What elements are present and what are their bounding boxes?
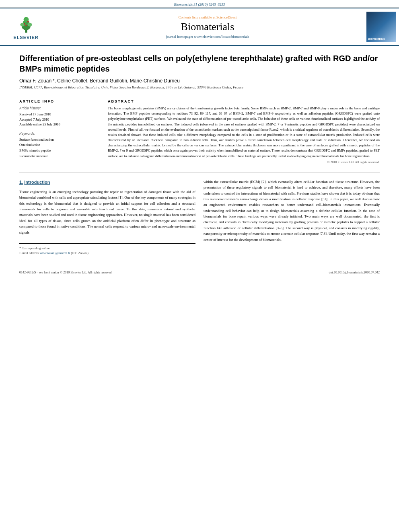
journal-citation: Biomaterials 31 (2010) 8245–8253	[174, 2, 225, 6]
authors-text: Omar F. Zouani*, Céline Chollet, Bertran…	[19, 78, 180, 84]
svg-point-8	[25, 25, 27, 26]
intro-heading: 1. Introduction	[19, 179, 195, 186]
intro-right-col: within the extracellular matrix (ECM) [2…	[204, 179, 380, 256]
affiliation-line: INSERM, U577, Biomatériaux et Réparation…	[19, 85, 380, 89]
intro-number: 1.	[19, 180, 23, 185]
journal-citation-bar: Biomaterials 31 (2010) 8245–8253	[0, 0, 399, 8]
keyword-4: Biomimetic material	[19, 154, 100, 159]
journal-homepage: journal homepage: www.elsevier.com/locat…	[166, 35, 249, 39]
introduction-section: 1. Introduction Tissue engineering is an…	[19, 179, 380, 256]
sciencedirect-line: Contents lists available at ScienceDirec…	[179, 15, 237, 19]
footnote-section: * Corresponding author. E-mail address: …	[19, 243, 195, 256]
article-title: Differentiation of pre-osteoblast cells …	[19, 53, 380, 74]
article-info-heading: ARTICLE INFO	[19, 99, 100, 103]
page-wrapper: Biomaterials 31 (2010) 8245–8253	[0, 0, 399, 277]
authors-line: Omar F. Zouani*, Céline Chollet, Bertran…	[19, 78, 380, 84]
email-suffix: (O.F. Zouani).	[71, 251, 89, 255]
keyword-2: Osteoinduction	[19, 142, 100, 148]
accepted-date: Accepted 7 July 2010	[19, 117, 100, 122]
article-info-column: ARTICLE INFO Article history: Received 1…	[19, 96, 100, 164]
main-content: Differentiation of pre-osteoblast cells …	[0, 46, 399, 264]
email-label: E-mail address:	[19, 251, 39, 255]
issn-line: 0142-9612/$ – see front matter © 2010 El…	[19, 271, 113, 274]
journal-name-section: Contents lists available at ScienceDirec…	[52, 8, 363, 45]
svg-point-5	[27, 23, 32, 27]
email-address: omarzouani@inserm.fr	[40, 251, 70, 255]
doi-line: doi:10.1016/j.biomaterials.2010.07.042	[329, 271, 380, 274]
intro-left-col: 1. Introduction Tissue engineering is an…	[19, 179, 195, 256]
intro-title: Introduction	[24, 180, 50, 185]
contents-prefix: Contents lists available at	[179, 15, 216, 19]
copyright-line: © 2010 Elsevier Ltd. All rights reserved…	[108, 160, 380, 164]
available-date: Available online 25 July 2010	[19, 122, 100, 127]
elsevier-brand-text: ELSEVIER	[13, 35, 38, 40]
elsevier-tree-icon	[14, 14, 38, 34]
svg-point-7	[27, 21, 29, 23]
corresponding-author: * Corresponding author.	[19, 246, 195, 251]
received-date: Received 17 June 2010	[19, 112, 100, 117]
sciencedirect-label: ScienceDirect	[216, 15, 237, 19]
intro-col2-text: within the extracellular matrix (ECM) [2…	[204, 179, 380, 242]
elsevier-logo-section: ELSEVIER	[0, 8, 52, 45]
article-history: Article history: Received 17 June 2010 A…	[19, 106, 100, 127]
journal-header: ELSEVIER Contents lists available at Sci…	[0, 8, 399, 46]
abstract-column: ABSTRACT The bone morphogenetic proteins…	[108, 96, 380, 164]
svg-point-6	[23, 23, 25, 25]
bottom-bar: 0142-9612/$ – see front matter © 2010 El…	[0, 268, 399, 277]
keyword-1: Surface functionalization	[19, 137, 100, 143]
abstract-text: The bone morphogenetic proteins (BMPs) a…	[108, 106, 380, 159]
section-divider	[19, 172, 380, 173]
journal-logo-section: Biomaterials	[363, 8, 399, 45]
keyword-3: BMPs mimetic peptide	[19, 148, 100, 154]
abstract-heading: ABSTRACT	[108, 99, 380, 103]
keywords-block: Keywords: Surface functionalization Oste…	[19, 131, 100, 159]
email-line: E-mail address: omarzouani@inserm.fr (O.…	[19, 251, 195, 256]
biomaterials-logo: Biomaterials	[366, 12, 396, 42]
elsevier-logo: ELSEVIER	[13, 14, 38, 40]
biomaterials-logo-text: Biomaterials	[368, 37, 385, 40]
keywords-label: Keywords:	[19, 131, 100, 136]
keywords-list: Surface functionalization Osteoinduction…	[19, 137, 100, 159]
journal-title: Biomaterials	[181, 21, 234, 33]
history-label: Article history:	[19, 106, 100, 111]
article-info-abstract-section: ARTICLE INFO Article history: Received 1…	[19, 96, 380, 164]
intro-col1-text: Tissue engineering is an emerging techno…	[19, 189, 195, 235]
